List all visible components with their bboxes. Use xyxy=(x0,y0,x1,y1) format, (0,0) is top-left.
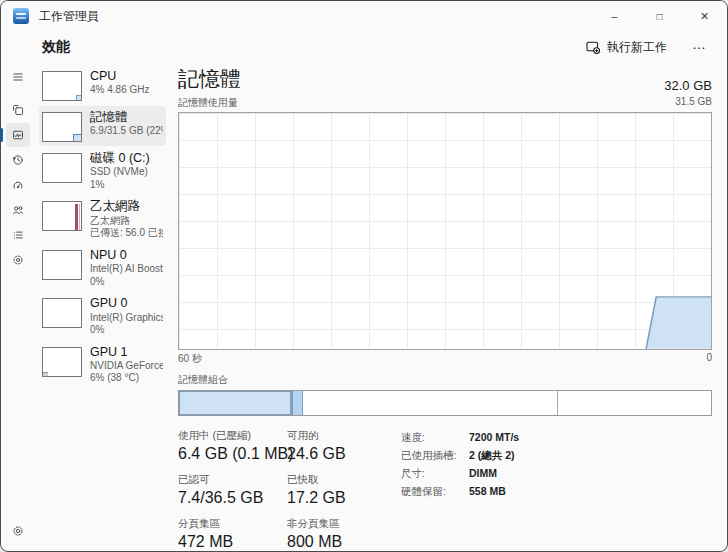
composition-modified xyxy=(291,391,304,415)
chart-axis-left: 60 秒 xyxy=(178,352,202,366)
processes-icon[interactable] xyxy=(6,98,30,122)
toolbar: 效能 執行新工作 … xyxy=(1,31,727,63)
memory-total-capacity: 32.0 GB xyxy=(664,78,712,93)
slots-used-value: 2 (總共 2) xyxy=(469,449,519,463)
memory-composition-label: 記憶體組合 xyxy=(178,373,712,387)
memory-hardware-details: 速度: 7200 MT/s 已使用插槽: 2 (總共 2) 尺寸: DIMM 硬… xyxy=(401,429,519,551)
stat-paged-pool: 分頁集區 472 MB xyxy=(178,517,287,551)
menu-icon[interactable] xyxy=(6,65,30,89)
npu-mini-chart xyxy=(42,250,82,280)
stat-in-use: 使用中 (已壓縮) 6.4 GB (0.1 MB) xyxy=(178,429,287,463)
memory-usage-chart-label: 記憶體使用量 xyxy=(178,96,238,110)
composition-in-use xyxy=(179,391,291,415)
device-item-gpu1[interactable]: GPU 1 NVIDIA GeForce ... 6% (38 °C) xyxy=(39,341,166,388)
memory-usage-area xyxy=(646,297,711,349)
memory-usage-chart[interactable] xyxy=(178,112,712,350)
memory-stats: 使用中 (已壓縮) 6.4 GB (0.1 MB) 可用的 24.6 GB 已認… xyxy=(178,429,712,551)
more-options-button[interactable]: … xyxy=(682,34,717,60)
form-factor-value: DIMM xyxy=(469,467,519,481)
stat-cached: 已快取 17.2 GB xyxy=(287,473,387,507)
performance-device-list: CPU 4% 4.86 GHz 記憶體 6.9/31.5 GB (22%) 磁碟… xyxy=(34,63,168,551)
memory-mini-chart xyxy=(42,112,82,142)
close-button[interactable]: ✕ xyxy=(682,1,727,31)
device-item-ethernet[interactable]: 乙太網路 乙太網路 已傳送: 56.0 已接收: 4C xyxy=(39,195,166,242)
hardware-reserved-value: 558 MB xyxy=(469,485,519,499)
maximize-button[interactable]: □ xyxy=(637,1,682,31)
app-history-icon[interactable] xyxy=(6,148,30,172)
page-title: 效能 xyxy=(42,38,70,56)
run-new-task-label: 執行新工作 xyxy=(607,39,667,56)
gpu1-mini-chart xyxy=(42,347,82,377)
titlebar: 工作管理員 – □ ✕ xyxy=(1,1,727,31)
memory-usage-chart-max: 31.5 GB xyxy=(675,96,712,110)
navigation-rail xyxy=(1,63,34,551)
ethernet-mini-chart xyxy=(42,201,82,231)
device-item-memory[interactable]: 記憶體 6.9/31.5 GB (22%) xyxy=(39,106,166,146)
device-item-npu0[interactable]: NPU 0 Intel(R) AI Boost 0% xyxy=(39,244,166,291)
stat-non-paged-pool: 非分頁集區 800 MB xyxy=(287,517,387,551)
cpu-mini-chart xyxy=(42,71,82,101)
minimize-button[interactable]: – xyxy=(592,1,637,31)
device-item-cpu[interactable]: CPU 4% 4.86 GHz xyxy=(39,65,166,105)
stat-available: 可用的 24.6 GB xyxy=(287,429,387,463)
device-item-gpu0[interactable]: GPU 0 Intel(R) Graphics 0% xyxy=(39,292,166,339)
run-new-task-button[interactable]: 執行新工作 xyxy=(577,35,676,60)
memory-title: 記憶體 xyxy=(178,65,241,93)
services-icon[interactable] xyxy=(6,248,30,272)
new-task-icon xyxy=(586,40,600,54)
window-controls: – □ ✕ xyxy=(592,1,727,31)
task-manager-app-icon xyxy=(13,8,29,24)
stat-committed: 已認可 7.4/36.5 GB xyxy=(178,473,287,507)
speed-value: 7200 MT/s xyxy=(469,431,519,445)
gpu0-mini-chart xyxy=(42,298,82,328)
device-item-disk0[interactable]: 磁碟 0 (C:) SSD (NVMe) 1% xyxy=(39,147,166,194)
startup-apps-icon[interactable] xyxy=(6,173,30,197)
performance-icon[interactable] xyxy=(6,123,30,147)
chart-axis-right: 0 xyxy=(706,352,712,366)
composition-standby-divider xyxy=(557,391,558,415)
memory-composition-bar[interactable] xyxy=(178,390,712,416)
users-icon[interactable] xyxy=(6,198,30,222)
details-icon[interactable] xyxy=(6,223,30,247)
window-title: 工作管理員 xyxy=(39,8,99,25)
disk-mini-chart xyxy=(42,153,82,183)
memory-detail-panel: 記憶體 32.0 GB 記憶體使用量 31.5 GB 60 秒 0 記憶體組合 xyxy=(168,63,727,551)
task-manager-window: 工作管理員 – □ ✕ 效能 執行新工作 … xyxy=(0,0,728,552)
settings-icon[interactable] xyxy=(6,519,30,543)
